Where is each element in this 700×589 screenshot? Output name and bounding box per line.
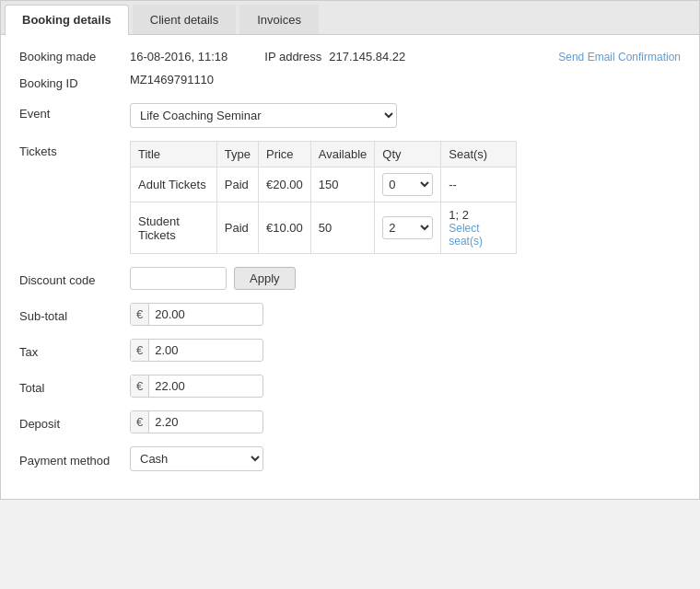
subtotal-currency-symbol: € [131, 304, 149, 325]
total-label: Total [19, 377, 130, 395]
ticket-row-adult: Adult Tickets Paid €20.00 150 0123 -- [131, 167, 517, 202]
student-qty-select[interactable]: 0123 [382, 216, 433, 239]
total-input[interactable] [149, 375, 241, 397]
tab-invoices[interactable]: Invoices [239, 5, 319, 34]
send-email-link[interactable]: Send Email Confirmation [558, 51, 681, 64]
tab-client-details[interactable]: Client details [133, 5, 236, 34]
apply-button[interactable]: Apply [234, 267, 296, 290]
discount-code-label: Discount code [19, 270, 130, 287]
payment-method-select[interactable]: Cash [130, 446, 263, 471]
ip-address-value: 217.145.84.22 [329, 50, 405, 64]
tax-input[interactable] [149, 340, 241, 361]
adult-available: 150 [310, 167, 375, 202]
booking-made-label: Booking made [19, 50, 130, 64]
col-available: Available [310, 142, 375, 167]
tax-field: € [130, 339, 263, 362]
deposit-input[interactable] [149, 411, 241, 433]
tickets-table: Title Type Price Available Qty Seat(s) A… [130, 141, 517, 254]
booking-id-value: MZ1469791110 [130, 73, 681, 87]
deposit-currency-symbol: € [131, 411, 149, 433]
select-seats-link[interactable]: Select seat(s) [449, 222, 508, 248]
student-seats-value: 1; 2 [449, 208, 469, 222]
adult-title: Adult Tickets [131, 167, 217, 202]
event-select[interactable]: Life Coaching Seminar [130, 103, 397, 128]
event-label: Event [19, 103, 130, 121]
subtotal-field: € [130, 303, 263, 326]
col-type: Type [216, 142, 258, 167]
booking-id-label: Booking ID [19, 73, 130, 90]
student-type: Paid [216, 202, 258, 254]
booking-made-value: 16-08-2016, 11:18 [130, 50, 228, 64]
subtotal-input[interactable] [149, 304, 241, 325]
col-seats: Seat(s) [441, 142, 517, 167]
student-available: 50 [310, 202, 375, 254]
adult-price: €20.00 [258, 167, 310, 202]
ip-address-label: IP address [264, 50, 321, 64]
col-title: Title [131, 142, 217, 167]
total-currency-symbol: € [131, 375, 149, 397]
tickets-label: Tickets [19, 141, 130, 158]
tax-label: Tax [19, 341, 130, 359]
discount-code-input[interactable] [130, 267, 227, 290]
col-price: Price [258, 142, 310, 167]
student-price: €10.00 [258, 202, 310, 254]
payment-method-label: Payment method [19, 450, 130, 468]
student-title: Student Tickets [131, 202, 217, 254]
tax-currency-symbol: € [131, 340, 149, 361]
adult-type: Paid [216, 167, 258, 202]
adult-qty-select[interactable]: 0123 [382, 173, 433, 196]
student-seats-cell: 1; 2 Select seat(s) [441, 202, 517, 254]
total-field: € [130, 375, 263, 398]
ticket-row-student: Student Tickets Paid €10.00 50 0123 1; 2 [131, 202, 517, 254]
deposit-label: Deposit [19, 413, 130, 431]
deposit-field: € [130, 410, 263, 433]
tab-booking-details[interactable]: Booking details [5, 5, 129, 35]
adult-seats: -- [441, 167, 517, 202]
student-qty-cell: 0123 [375, 202, 441, 254]
col-qty: Qty [375, 142, 441, 167]
adult-qty-cell: 0123 [375, 167, 441, 202]
subtotal-label: Sub-total [19, 306, 130, 323]
